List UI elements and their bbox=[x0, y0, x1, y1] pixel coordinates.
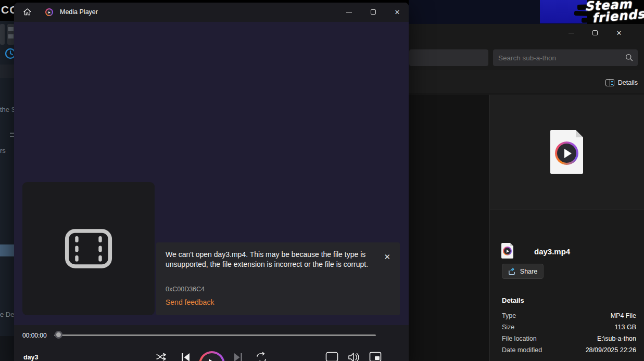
meta-row-modified: Date modified 28/09/2025 22:26 bbox=[502, 346, 636, 354]
meta-row-size: Size 113 GB bbox=[502, 324, 636, 331]
explorer-titlebar: ✕ bbox=[406, 24, 644, 47]
minimize-icon bbox=[569, 33, 574, 33]
maximize-icon bbox=[371, 9, 376, 15]
details-heading: Details bbox=[502, 296, 524, 304]
volume-icon bbox=[347, 352, 360, 361]
file-icon-small bbox=[501, 243, 513, 259]
explorer-close-button[interactable]: ✕ bbox=[611, 27, 627, 39]
media-player-logo-icon bbox=[45, 8, 53, 16]
search-box[interactable] bbox=[493, 49, 638, 66]
share-button-label: Share bbox=[520, 268, 537, 275]
media-player-titlebar: Media Player ✕ bbox=[14, 3, 409, 22]
error-code: 0xC00D36C4 bbox=[166, 286, 205, 293]
seek-thumb[interactable] bbox=[55, 331, 62, 339]
background-text-fragment: e De bbox=[0, 311, 14, 318]
file-explorer-window: ✕ Details bbox=[406, 24, 644, 361]
film-strip-icon bbox=[65, 228, 112, 269]
shuffle-icon bbox=[156, 352, 168, 361]
error-message: We can't open day3.mp4. This may be beca… bbox=[166, 250, 370, 269]
view-button-fragment-icon[interactable] bbox=[0, 24, 5, 45]
details-pane-icon bbox=[605, 79, 614, 86]
details-pane-toggle[interactable]: Details bbox=[605, 77, 638, 88]
clock-icon bbox=[5, 48, 15, 59]
background-app-strip: CC the S rs e De bbox=[0, 0, 15, 361]
current-time: 00:00:00 bbox=[22, 332, 47, 339]
media-player-close-button[interactable]: ✕ bbox=[389, 6, 405, 18]
grid-block-icon bbox=[8, 27, 14, 31]
explorer-maximize-button[interactable] bbox=[587, 27, 603, 39]
next-icon bbox=[232, 352, 244, 361]
selected-file-row: day3.mp4 bbox=[501, 243, 642, 264]
previous-icon bbox=[180, 352, 192, 361]
meta-value: E:\sub-a-thon bbox=[597, 335, 636, 342]
selected-file-name: day3.mp4 bbox=[534, 247, 570, 256]
address-bar[interactable] bbox=[409, 49, 488, 66]
grid-block-icon bbox=[8, 34, 14, 38]
page-fold-icon bbox=[510, 243, 513, 246]
shuffle-button[interactable] bbox=[156, 352, 168, 361]
details-toggle-label: Details bbox=[618, 79, 638, 86]
background-footer-fragment bbox=[0, 336, 15, 361]
seek-bar[interactable] bbox=[54, 334, 376, 336]
mini-player-icon bbox=[369, 352, 382, 361]
page-fold-icon bbox=[576, 130, 583, 137]
next-button[interactable] bbox=[232, 352, 244, 361]
meta-row-location: File location E:\sub-a-thon bbox=[502, 335, 636, 343]
background-partial-text: CC bbox=[1, 4, 15, 16]
minimize-icon bbox=[346, 12, 352, 12]
video-placeholder-card bbox=[22, 182, 155, 315]
meta-row-type: Type MP4 File bbox=[502, 312, 636, 320]
clip-title: day3 bbox=[23, 354, 39, 361]
toast-close-button[interactable]: ✕ bbox=[384, 253, 390, 261]
background-text-fragment: rs bbox=[0, 147, 6, 154]
background-text-fragment: the S bbox=[0, 106, 15, 113]
volume-button[interactable] bbox=[347, 352, 360, 361]
repeat-icon bbox=[255, 352, 268, 361]
home-button[interactable] bbox=[18, 4, 36, 20]
file-preview-area bbox=[490, 95, 644, 210]
meta-label: Size bbox=[502, 324, 514, 331]
media-player-minimize-button[interactable] bbox=[341, 6, 357, 18]
file-list-area[interactable] bbox=[406, 95, 489, 361]
meta-value: 113 GB bbox=[615, 324, 636, 331]
filter-bar-fragment[interactable] bbox=[0, 65, 15, 78]
explorer-command-bar: Details bbox=[406, 70, 644, 94]
subtitles-button[interactable] bbox=[325, 352, 338, 361]
explorer-minimize-button[interactable] bbox=[563, 27, 579, 39]
search-input[interactable] bbox=[498, 49, 618, 66]
meta-label: Date modified bbox=[502, 346, 542, 354]
send-feedback-link[interactable]: Send feedback bbox=[166, 298, 214, 306]
screen: CC the S rs e De Steam friends ✕ bbox=[0, 0, 644, 361]
error-toast: We can't open day3.mp4. This may be beca… bbox=[156, 242, 400, 315]
maximize-icon bbox=[592, 30, 598, 35]
play-button[interactable] bbox=[199, 351, 225, 361]
explorer-address-row bbox=[406, 47, 644, 70]
grid-view-button-icon[interactable] bbox=[7, 24, 15, 45]
file-thumbnail-icon bbox=[550, 130, 583, 174]
meta-value: MP4 File bbox=[611, 312, 636, 319]
repeat-button[interactable] bbox=[255, 352, 268, 361]
video-area: We can't open day3.mp4. This may be beca… bbox=[14, 22, 409, 325]
home-icon bbox=[23, 8, 32, 16]
search-icon[interactable] bbox=[625, 54, 633, 61]
meta-label: File location bbox=[502, 335, 537, 342]
share-icon bbox=[508, 267, 516, 275]
subtitles-icon bbox=[325, 352, 338, 361]
mini-player-button[interactable] bbox=[369, 352, 382, 361]
selected-row-fragment[interactable] bbox=[0, 244, 15, 256]
media-player-logo-icon bbox=[555, 141, 578, 165]
playback-controls-bar: 00:00:00 day3 bbox=[14, 325, 409, 361]
media-player-window: Media Player ✕ We can't open day3.mp4. T… bbox=[14, 3, 409, 361]
details-pane: day3.mp4 Share Details Type MP4 File Siz… bbox=[490, 95, 644, 361]
previous-button[interactable] bbox=[180, 352, 192, 361]
share-button[interactable]: Share bbox=[502, 264, 544, 279]
media-player-title: Media Player bbox=[60, 8, 98, 16]
play-icon bbox=[209, 359, 217, 361]
meta-value: 28/09/2025 22:26 bbox=[586, 346, 636, 354]
meta-label: Type bbox=[502, 312, 516, 319]
media-player-maximize-button[interactable] bbox=[365, 6, 381, 18]
media-player-logo-icon bbox=[503, 247, 512, 255]
